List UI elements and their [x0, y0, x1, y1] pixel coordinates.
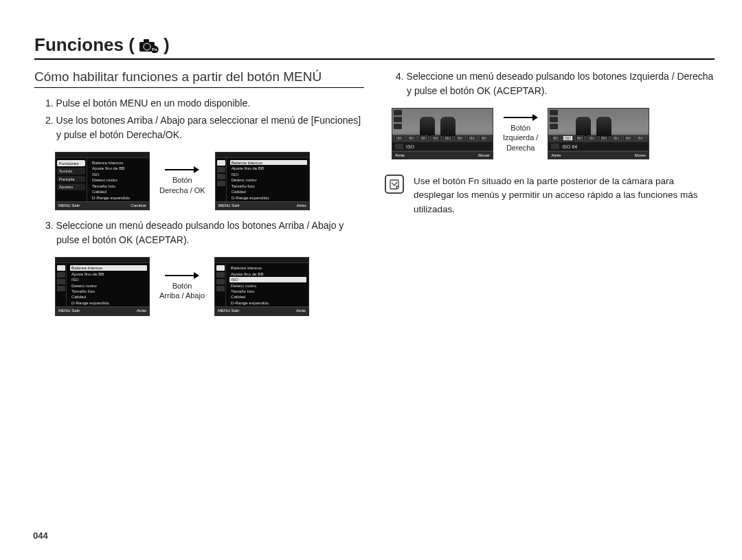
footer-left: MENU Salir [218, 203, 240, 208]
footer-right: Cambiar [131, 203, 146, 208]
list-item: ISO [91, 172, 147, 177]
svg-point-2 [144, 43, 150, 50]
list-item: Calidad [91, 189, 147, 194]
svg-rect-1 [144, 39, 149, 43]
camera-menu-screenshot-b: Balance blancos Ajuste fino de BB ISO De… [215, 152, 310, 210]
iso-icon [395, 144, 403, 149]
step-text: Use los botones Arriba / Abajo para sele… [56, 115, 361, 140]
footer-right: Mover [478, 153, 490, 157]
steps-list-right: 4. Seleccione un menú deseado pulsando l… [385, 69, 715, 98]
title-prefix: Funciones ( [34, 34, 135, 56]
arrow-right-ok: Botón Derecha / OK [159, 167, 205, 195]
list-item: Calidad [229, 294, 306, 299]
list-item: D-Range expandido [230, 195, 307, 200]
list-item: D-Range expandido [229, 300, 306, 305]
list-item: Ajuste fino de BB [91, 166, 147, 170]
page-number: 044 [33, 530, 48, 541]
list-item: ISO [70, 277, 147, 282]
camera-menu-screenshot-a: Funciones Sonido Pantalla Ajustes Balanc… [55, 152, 150, 210]
list-item: Detecc rostro [230, 177, 307, 182]
iso-label: ISO [406, 144, 414, 149]
list-item: ISO [229, 277, 306, 282]
arrow-caption: Botón Arriba / Abajo [159, 281, 205, 301]
step-number: 1. [45, 98, 54, 109]
arrow-icon [165, 167, 199, 172]
info-note: Use el botón Fn situado en la parte post… [385, 175, 715, 216]
step-text: Seleccione un menú deseado pulsando los … [407, 71, 714, 96]
side-item-ajustes: Ajustes [57, 183, 85, 190]
list-item: Ajuste fino de BB [70, 271, 147, 276]
step-2: 2. Use los botones Arriba / Abajo para s… [45, 113, 364, 142]
list-item: D-Range expandido [91, 195, 147, 200]
figure-row-step4: ISOISOISOISOISOISOISOISO ISO Atrás Mover… [392, 108, 715, 159]
side-item-funciones: Funciones [57, 160, 85, 166]
camera-fn-icon: Fn [139, 38, 159, 53]
side-item-pantalla: Pantalla [57, 176, 85, 182]
step-text: Seleccione un menú deseado pulsando los … [56, 220, 344, 245]
list-item: Tamaño foto [229, 289, 306, 293]
step-4: 4. Seleccione un menú deseado pulsando l… [396, 69, 715, 98]
svg-text:Fn: Fn [152, 47, 157, 52]
camera-overlay-screenshot-a: ISOISOISOISOISOISOISOISO ISO Atrás Mover [392, 108, 493, 159]
list-item: D-Range expandido [70, 300, 147, 305]
step-number: 4. [396, 71, 404, 82]
arrow-left-right: Botón Izquierda / Derecha [503, 115, 538, 153]
list-item: Ajuste fino de BB [230, 166, 307, 170]
steps-list-left-2: 3. Seleccione un menú deseado pulsando l… [34, 219, 364, 247]
list-item: Calidad [70, 294, 147, 299]
list-item: Balance blancos [91, 160, 147, 165]
step-3: 3. Seleccione un menú deseado pulsando l… [45, 219, 364, 247]
step-number: 3. [45, 220, 54, 231]
note-text: Use el botón Fn situado en la parte post… [414, 175, 715, 216]
list-item: Calidad [230, 189, 307, 194]
footer-left: MENU Salir [58, 203, 80, 208]
camera-menu-screenshot-d: Balance blancos Ajuste fino de BB ISO De… [214, 257, 309, 315]
list-item: Tamaño foto [91, 183, 147, 188]
figure-row-step3: Balance blancos Ajuste fino de BB ISO De… [55, 257, 364, 315]
section-subheading: Cómo habilitar funciones a partir del bo… [34, 69, 364, 88]
footer-left: MENU Salir [58, 309, 80, 313]
side-item-sonido: Sonido [57, 168, 85, 174]
footer-right: Atrás [297, 203, 306, 208]
list-item: Detecc rostro [91, 177, 147, 182]
arrow-icon [504, 115, 538, 120]
camera-overlay-screenshot-b: ISOISOISOISOISOISOISOISO ISO 64 Atrás Mo… [548, 108, 649, 159]
list-item: Detecc rostro [70, 283, 147, 288]
list-item: Detecc rostro [229, 283, 306, 288]
step-number: 2. [45, 115, 54, 126]
footer-right: Atrás [296, 309, 306, 313]
figure-row-step2: Funciones Sonido Pantalla Ajustes Balanc… [55, 152, 364, 210]
footer-right: Atrás [137, 309, 146, 313]
steps-list-left: 1. Pulse el botón MENU en un modo dispon… [34, 96, 364, 142]
arrow-caption: Botón Derecha / OK [159, 175, 205, 195]
list-item: Balance blancos [230, 160, 307, 165]
footer-left: Atrás [395, 153, 405, 157]
note-icon [385, 175, 404, 194]
iso-icon [551, 144, 559, 149]
page-title: Funciones ( Fn ) [34, 34, 715, 56]
footer-right: Mover [635, 153, 647, 157]
list-item: Balance blancos [229, 265, 306, 270]
list-item: Ajuste fino de BB [229, 271, 306, 276]
step-1: 1. Pulse el botón MENU en un modo dispon… [45, 96, 364, 111]
list-item: Tamaño foto [70, 289, 147, 293]
arrow-up-down: Botón Arriba / Abajo [159, 273, 205, 301]
iso-label: ISO 64 [562, 144, 577, 149]
list-item: ISO [230, 172, 307, 177]
footer-left: Atrás [551, 153, 561, 157]
arrow-icon [165, 273, 199, 278]
list-item: Tamaño foto [230, 183, 307, 188]
title-divider [34, 58, 715, 60]
list-item: Balance blancos [70, 265, 147, 270]
footer-left: MENU Salir [218, 309, 239, 313]
title-suffix: ) [164, 34, 170, 56]
camera-menu-screenshot-c: Balance blancos Ajuste fino de BB ISO De… [55, 257, 150, 315]
step-text: Pulse el botón MENU en un modo disponibl… [56, 98, 251, 109]
arrow-caption: Botón Izquierda / Derecha [503, 123, 538, 153]
